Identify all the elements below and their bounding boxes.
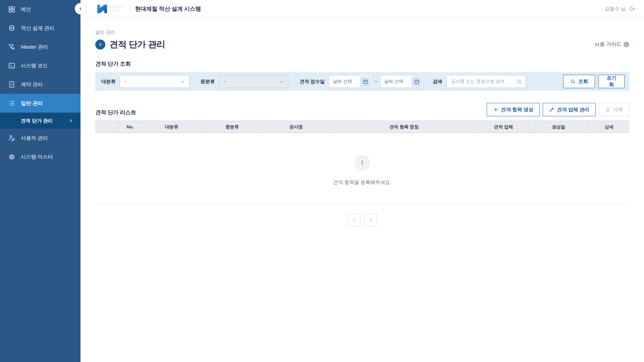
table-header-middle-category: 중분류 — [202, 121, 263, 133]
table-header-row: No. 대분류 중분류 공사명 견적 항목 명칭 견적 업체 생성일 상세 — [95, 121, 629, 133]
sidebar-item-users[interactable]: 사용자 관리 — [0, 129, 80, 147]
sidebar-item-label: 메인 — [21, 6, 31, 13]
create-quotation-item-button[interactable]: 견적 항목 생성 — [487, 103, 540, 116]
exclamation-icon: ! — [355, 155, 370, 170]
content-divider — [95, 203, 629, 204]
search-icon — [570, 79, 576, 84]
date-from-input[interactable]: 날짜 선택 — [329, 75, 372, 88]
hyundai-steel-logo: HYUNDAI STEEL — [97, 4, 124, 13]
chevron-down-icon — [180, 79, 185, 84]
gear-icon — [8, 153, 16, 161]
table-header-no: No. — [119, 121, 142, 133]
search-icon — [516, 79, 522, 84]
sidebar-item-general[interactable]: 일반 관리 — [0, 94, 80, 113]
user-edit-icon — [8, 134, 16, 142]
sidebar-subitem-quotation-price[interactable]: 견적 단가 관리 — [0, 113, 80, 129]
delete-button[interactable]: 삭제 — [599, 103, 629, 116]
search-label: 검색 — [433, 78, 442, 85]
sidebar-item-label: Master 관리 — [21, 44, 48, 51]
table-header-select — [95, 121, 119, 133]
sidebar-item-main[interactable]: 메인 — [0, 0, 80, 19]
top-header: HYUNDAI STEEL 현대제철 적산 설계 시스템 김철수 님 — [80, 0, 644, 18]
reset-button[interactable]: 초기화 — [598, 75, 625, 88]
pagination — [95, 213, 629, 226]
middle-category-value: - — [224, 79, 225, 84]
sidebar-item-system-code[interactable]: 시스템 코드 — [0, 56, 80, 75]
app-window: 메인 적산 설계 관리 Master 관리 시스템 코드 — [0, 0, 644, 362]
calendar-icon — [412, 76, 422, 87]
grid-icon — [8, 6, 16, 13]
table-header-major-category: 대분류 — [142, 121, 202, 133]
sidebar-collapse-button[interactable] — [75, 3, 86, 14]
sidebar-item-label: 적산 설계 관리 — [21, 25, 54, 32]
trash-icon — [605, 107, 610, 112]
sidebar-item-label: 시스템 마스터 — [21, 154, 53, 161]
chevron-right-icon — [368, 218, 373, 222]
pencil-icon — [549, 107, 554, 112]
search-button[interactable]: 조회 — [563, 75, 595, 88]
receipt-date-label: 견적 접수일 — [300, 78, 325, 85]
chevron-down-icon — [279, 79, 284, 84]
app-title: 현대제철 적산 설계 시스템 — [135, 5, 201, 13]
table-header-vendor: 견적 업체 — [479, 121, 529, 133]
info-icon: i — [624, 42, 629, 47]
major-category-label: 대분류 — [101, 78, 116, 85]
table-header-item-name: 견적 항목 명칭 — [330, 121, 479, 133]
major-category-value: - — [125, 79, 126, 84]
chevron-left-icon — [352, 218, 357, 222]
sidebar-item-label: 사용자 관리 — [21, 135, 48, 142]
pagination-prev-button[interactable] — [347, 213, 361, 226]
filter-section-title: 견적 단가 조회 — [95, 60, 629, 68]
coins-icon — [8, 24, 16, 32]
sidebar-nav: 메인 적산 설계 관리 Master 관리 시스템 코드 — [0, 0, 80, 166]
logo-wordmark: HYUNDAI STEEL — [110, 6, 124, 12]
logout-button[interactable] — [629, 6, 635, 12]
list-section-title: 견적 단가 리스트 — [95, 109, 136, 116]
empty-state: ! 견적 항목을 등록해주세요. — [95, 155, 629, 186]
contract-check-icon — [8, 81, 16, 88]
logout-icon — [629, 6, 635, 12]
chevron-right-icon — [68, 118, 73, 123]
usage-guide-link[interactable]: 사용 가이드 i — [595, 41, 629, 48]
sidebar-item-label: 계약 관리 — [21, 81, 43, 88]
table-header-site-name: 공사명 — [263, 121, 330, 133]
table-header-created-date: 생성일 — [529, 121, 589, 133]
date-range-separator: ~ — [375, 79, 377, 84]
sidebar-item-label: 시스템 코드 — [21, 62, 48, 69]
usage-guide-label: 사용 가이드 — [595, 41, 621, 48]
sidebar-subitem-label: 견적 단가 관리 — [21, 118, 53, 124]
header-divider — [130, 6, 130, 12]
code-icon — [8, 62, 16, 70]
plus-icon — [493, 107, 498, 112]
page-title: 견적 단가 관리 — [109, 39, 165, 50]
hyundai-h-mark — [97, 4, 108, 13]
filter-gear-icon — [8, 43, 16, 51]
manage-vendor-button[interactable]: 견적 업체 관리 — [543, 103, 596, 116]
date-from-placeholder: 날짜 선택 — [333, 78, 352, 84]
sidebar-item-system-master[interactable]: 시스템 마스터 — [0, 147, 80, 166]
sidebar-item-estimation-design[interactable]: 적산 설계 관리 — [0, 19, 80, 38]
filter-bar: 대분류 - 중분류 - 견적 접수일 날짜 선택 — [95, 72, 629, 91]
user-name: 김철수 님 — [605, 6, 626, 12]
middle-category-label: 중분류 — [201, 78, 215, 85]
date-to-input[interactable]: 날짜 선택 — [380, 75, 423, 88]
list-icon — [8, 100, 16, 107]
sidebar-item-contract[interactable]: 계약 관리 — [0, 75, 80, 94]
search-input[interactable]: 공사명 또는 명칭으로 검색 — [446, 75, 526, 88]
sidebar-item-master[interactable]: Master 관리 — [0, 38, 80, 56]
calendar-icon — [360, 76, 371, 87]
pagination-next-button[interactable] — [364, 213, 377, 226]
chevron-left-icon — [98, 42, 103, 47]
breadcrumb: 일반 관리 — [95, 29, 629, 36]
sidebar-item-label: 일반 관리 — [21, 100, 43, 107]
page-content: 일반 관리 견적 단가 관리 사용 가이드 i 견적 단가 조회 대분류 - — [80, 18, 644, 226]
major-category-select[interactable]: - — [120, 75, 190, 88]
date-to-placeholder: 날짜 선택 — [384, 78, 404, 84]
sidebar: 메인 적산 설계 관리 Master 관리 시스템 코드 — [0, 0, 80, 362]
empty-message: 견적 항목을 등록해주세요. — [333, 179, 391, 186]
search-placeholder: 공사명 또는 명칭으로 검색 — [451, 78, 505, 84]
table-header-detail: 상세 — [589, 121, 629, 133]
middle-category-select[interactable]: - — [219, 75, 288, 88]
back-button[interactable] — [95, 40, 105, 50]
